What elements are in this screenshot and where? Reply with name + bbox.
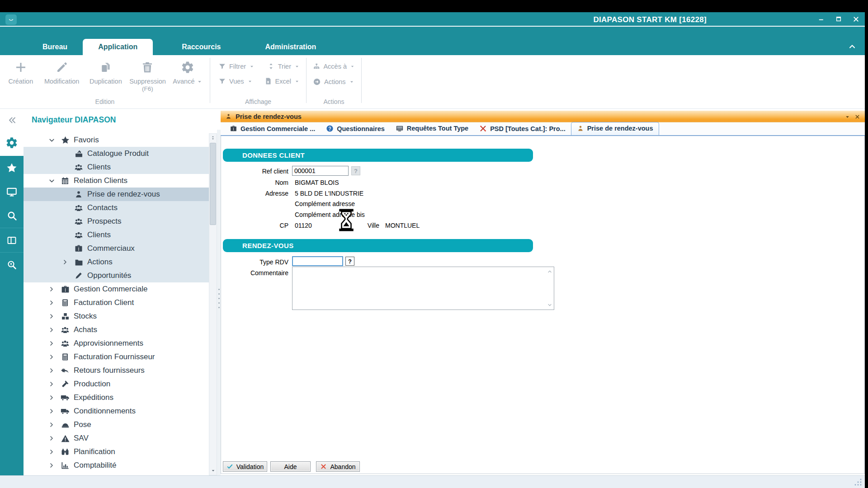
tree-item-sav[interactable]: SAV [24,432,209,445]
chevron-down-icon[interactable] [546,302,553,308]
tree-item-contacts[interactable]: Contacts [24,201,209,215]
creation-button[interactable]: Création [3,58,39,92]
chevron-up-icon[interactable] [546,269,553,274]
tree-item-comptabilite[interactable]: Comptabilité [24,459,209,472]
aide-button[interactable]: Aide [270,461,311,472]
tree-item-commerciaux[interactable]: Commerciaux [24,242,209,255]
commentaire-textarea[interactable] [292,267,554,310]
ribbon-collapse-button[interactable] [848,42,857,51]
tree-item-facturation-client[interactable]: Facturation Client [24,296,209,310]
chevron-down-icon[interactable] [48,136,60,144]
tree-item-prospects[interactable]: Prospects [24,215,209,228]
scrollbar-thumb[interactable] [210,143,216,225]
excel-button[interactable]: Excel [264,77,300,85]
doc-tab-prise-de-rendez-vous[interactable]: Prise de rendez-vous [571,122,659,135]
rail-layout-button[interactable] [0,228,24,252]
chevron-down-icon [349,79,354,84]
suppression-button[interactable]: Suppression (F6) [127,58,169,92]
chevron-right-icon[interactable] [48,421,60,428]
tree-item-clients-fav[interactable]: Clients [24,160,209,174]
duplication-button[interactable]: Duplication [85,58,127,92]
people-icon [73,216,84,226]
chevron-right-icon[interactable] [48,367,60,374]
actions-button[interactable]: Actions [313,78,355,86]
window-title: DIAPASON START KM [16228] [593,15,707,24]
chevron-right-icon[interactable] [48,299,60,306]
filtrer-button[interactable]: Filtrer [218,62,255,70]
ribbon-tab-raccourcis[interactable]: Raccourcis [166,39,236,55]
avance-button[interactable]: Avancé [169,58,207,92]
tree-item-gestion-commerciale[interactable]: Gestion Commerciale [24,282,209,296]
minimize-button[interactable] [816,14,827,24]
tree-item-production[interactable]: Production [24,377,209,391]
maximize-button[interactable] [833,14,844,24]
document-close-button[interactable] [853,113,861,120]
tree-item-facturation-fournisseur[interactable]: Facturation Fournisseur [24,350,209,364]
close-button[interactable] [850,14,861,24]
tree-item-favoris[interactable]: Favoris [24,133,209,147]
trier-button[interactable]: Trier [267,62,300,70]
resize-grip[interactable] [854,478,862,486]
sidebar-collapse-button[interactable] [7,115,17,125]
validation-button[interactable]: Validation [223,461,267,472]
rail-search-location-button[interactable] [0,253,24,277]
sidebar-splitter[interactable] [217,130,221,475]
ref-client-help-button[interactable]: ? [351,166,360,175]
tree-item-prise-de-rendez-vous[interactable]: Prise de rendez-vous [24,188,209,201]
tree-item-pose[interactable]: Pose [24,418,209,432]
tree-item-planification[interactable]: Planification [24,445,209,459]
chevron-right-icon[interactable] [48,380,60,388]
tree-item-expeditions[interactable]: Expéditions [24,391,209,404]
doc-tab-gestion-commerciale[interactable]: Gestion Commerciale ... [224,122,321,135]
document-dropdown-button[interactable] [843,113,851,120]
document-title: Prise de rendez-vous [236,113,302,120]
ribbon-tab-application[interactable]: Application [83,39,153,55]
ribbon-tab-administration[interactable]: Administration [250,39,332,55]
tree-item-relation-clients[interactable]: Relation Clients [24,174,209,188]
tree-item-clients[interactable]: Clients [24,228,209,242]
form-canvas: DONNEES CLIENT Ref client ? Nom BIGMAT B… [221,136,865,474]
chevron-right-icon[interactable] [48,313,60,320]
tree-item-stocks[interactable]: Stocks [24,310,209,323]
chevron-right-icon[interactable] [48,394,60,401]
rail-favorites-button[interactable] [0,156,24,180]
rail-search-button[interactable] [0,204,24,228]
tree-item-approvisionnements[interactable]: Approvisionnements [24,337,209,350]
chevron-right-icon[interactable] [48,326,60,333]
doc-tab-questionnaires[interactable]: Questionnaires [321,122,390,135]
doc-tab-psd[interactable]: PSD [Toutes Cat.]: Pro... [474,122,571,135]
filter-icon [218,62,226,70]
ville-value: MONTLUEL [385,222,420,229]
type-rdv-input[interactable] [292,256,343,266]
chevron-right-icon[interactable] [48,435,60,442]
chevron-right-icon[interactable] [48,353,60,361]
tree-scrollbar[interactable] [209,133,217,475]
chevron-right-icon[interactable] [48,340,60,347]
acces-a-button[interactable]: Accès à [313,62,355,70]
ref-client-input[interactable] [292,166,349,176]
chevron-right-icon[interactable] [48,462,60,469]
tree-item-actions[interactable]: Actions [24,255,209,269]
chevron-right-icon[interactable] [48,286,60,293]
sidebar-icon-rail [0,130,24,475]
type-rdv-help-button[interactable]: ? [345,257,354,266]
modification-button[interactable]: Modification [39,58,85,92]
doc-tab-requetes-tout-type[interactable]: Requêtes Tout Type [390,122,474,135]
pen-icon [73,271,84,280]
tree-item-catalogue-produit[interactable]: Catalogue Produit [24,147,209,160]
tree-item-achats[interactable]: Achats [24,323,209,337]
rail-desktop-button[interactable] [0,180,24,204]
chevron-down-icon[interactable] [48,177,60,185]
tree-item-opportunites[interactable]: Opportunités [24,269,209,282]
app-logo-icon[interactable] [5,14,17,25]
scroll-down-button[interactable] [209,466,217,474]
rail-modules-button[interactable] [0,130,24,156]
tree-item-retours-fournisseurs[interactable]: Retours fournisseurs [24,364,209,377]
chevron-right-icon[interactable] [48,448,60,455]
chevron-right-icon[interactable] [61,258,73,266]
chevron-right-icon[interactable] [48,408,60,415]
vues-button[interactable]: Vues [218,77,253,85]
tree-item-conditionnements[interactable]: Conditionnements [24,404,209,418]
abandon-button[interactable]: Abandon [316,461,360,472]
ribbon-tab-bureau[interactable]: Bureau [27,39,83,55]
